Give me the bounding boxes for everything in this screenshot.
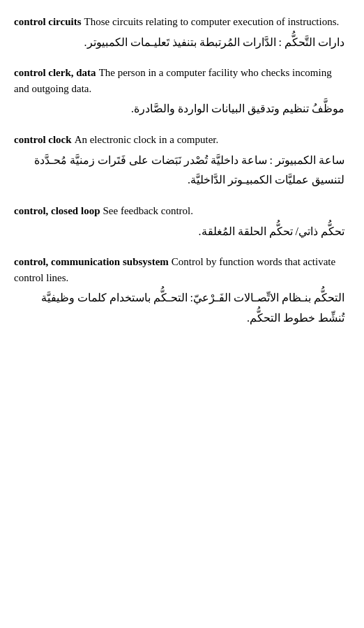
definition-control-clock: An electronic clock in a computer. xyxy=(75,134,219,145)
definition-control-closed-loop: See feedback control. xyxy=(103,205,193,216)
definition-control-circuits: Those circuits relating to computer exec… xyxy=(84,16,340,27)
entry-english-control-closed-loop: control, closed loopSee feedback control… xyxy=(14,203,344,219)
entry-english-control-clock: control clockAn electronic clock in a co… xyxy=(14,132,344,148)
arabic-control-closed-loop: تحكُّم ذاتي/ تحكُّم الحلقة المُغلقة. xyxy=(14,222,344,242)
arabic-control-clerk-data: موظَّفُ تنظيم وتدقيق البيانات الواردة وا… xyxy=(14,99,344,119)
term-control-clock: control clock xyxy=(14,134,72,145)
term-control-clerk-data: control clerk, data xyxy=(14,67,96,78)
arabic-control-clock: ساعة الكمبيوتر : ساعة داخليَّة تُصْدر نَ… xyxy=(14,151,344,191)
entry-english-control-circuits: control circuitsThose circuits relating … xyxy=(14,14,344,30)
entry-control-communication-subsystem: control, communication subsystemControl … xyxy=(14,254,344,329)
entry-control-closed-loop: control, closed loopSee feedback control… xyxy=(14,203,344,241)
term-control-circuits: control circuits xyxy=(14,16,82,27)
entry-control-circuits: control circuitsThose circuits relating … xyxy=(14,14,344,52)
entry-english-control-clerk-data: control clerk, dataThe person in a compu… xyxy=(14,65,344,96)
arabic-control-circuits: دارات التَّحكُّم : الدَّارات المُرتبطة ب… xyxy=(14,33,344,53)
entry-english-control-communication-subsystem: control, communication subsystemControl … xyxy=(14,254,344,285)
term-control-communication-subsystem: control, communication subsystem xyxy=(14,256,169,267)
term-control-closed-loop: control, closed loop xyxy=(14,205,100,216)
entry-control-clock: control clockAn electronic clock in a co… xyxy=(14,132,344,190)
arabic-control-communication-subsystem: التحكُّم بنـظام الاتِّصـالات الفَـرْعيّ:… xyxy=(14,288,344,329)
entry-control-clerk-data: control clerk, dataThe person in a compu… xyxy=(14,65,344,119)
